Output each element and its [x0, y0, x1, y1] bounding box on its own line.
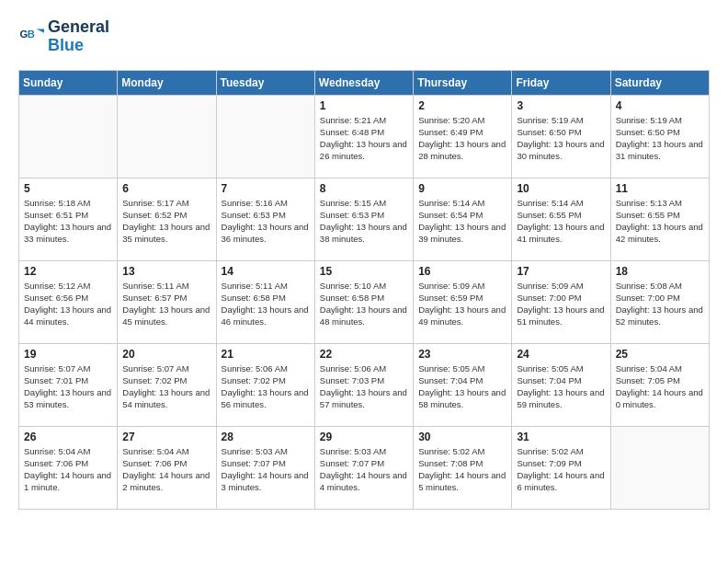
sunset-time: Sunset: 7:02 PM: [122, 375, 187, 385]
sunset-time: Sunset: 6:53 PM: [320, 210, 384, 220]
daylight-hours: Daylight: 14 hours and 5 minutes.: [418, 470, 506, 492]
sunset-time: Sunset: 7:04 PM: [517, 375, 581, 385]
daylight-hours: Daylight: 13 hours and 42 minutes.: [616, 222, 703, 244]
svg-text:B: B: [28, 29, 35, 40]
calendar-cell: 22 Sunrise: 5:06 AM Sunset: 7:03 PM Dayl…: [314, 343, 413, 426]
day-number: 7: [222, 182, 310, 195]
svg-text:G: G: [19, 29, 28, 40]
sunrise-time: Sunrise: 5:20 AM: [418, 115, 484, 125]
daylight-hours: Daylight: 14 hours and 4 minutes.: [320, 470, 407, 492]
sunrise-time: Sunrise: 5:14 AM: [517, 198, 583, 208]
day-info: Sunrise: 5:13 AM Sunset: 6:55 PM Dayligh…: [616, 197, 704, 246]
day-number: 30: [418, 431, 506, 443]
day-number: 28: [222, 431, 310, 443]
sunset-time: Sunset: 7:08 PM: [418, 458, 483, 468]
weekday-header-tuesday: Tuesday: [216, 70, 314, 95]
day-number: 11: [616, 182, 704, 195]
day-number: 13: [122, 265, 210, 278]
daylight-hours: Daylight: 13 hours and 33 minutes.: [24, 222, 111, 244]
day-number: 9: [418, 182, 506, 195]
calendar-cell: 26 Sunrise: 5:04 AM Sunset: 7:06 PM Dayl…: [19, 426, 118, 509]
sunrise-time: Sunrise: 5:15 AM: [320, 198, 386, 208]
sunrise-time: Sunrise: 5:04 AM: [24, 446, 90, 456]
sunrise-time: Sunrise: 5:09 AM: [418, 281, 484, 291]
day-info: Sunrise: 5:16 AM Sunset: 6:53 PM Dayligh…: [222, 197, 310, 246]
day-number: 8: [320, 182, 408, 195]
daylight-hours: Daylight: 13 hours and 45 minutes.: [122, 304, 210, 327]
weekday-header-wednesday: Wednesday: [314, 70, 413, 95]
calendar-cell: 31 Sunrise: 5:02 AM Sunset: 7:09 PM Dayl…: [512, 426, 610, 509]
calendar-week-row: 12 Sunrise: 5:12 AM Sunset: 6:56 PM Dayl…: [19, 260, 710, 343]
calendar-cell: 7 Sunrise: 5:16 AM Sunset: 6:53 PM Dayli…: [216, 178, 314, 260]
calendar-cell: 2 Sunrise: 5:20 AM Sunset: 6:49 PM Dayli…: [414, 95, 512, 178]
weekday-header-saturday: Saturday: [610, 70, 709, 95]
calendar-cell: 13 Sunrise: 5:11 AM Sunset: 6:57 PM Dayl…: [118, 260, 216, 343]
calendar-cell: 20 Sunrise: 5:07 AM Sunset: 7:02 PM Dayl…: [118, 343, 216, 426]
day-number: 4: [616, 99, 704, 112]
sunset-time: Sunset: 7:09 PM: [517, 458, 581, 468]
day-number: 31: [517, 431, 605, 443]
day-info: Sunrise: 5:20 AM Sunset: 6:49 PM Dayligh…: [418, 114, 506, 163]
day-number: 17: [517, 265, 605, 278]
sunset-time: Sunset: 6:54 PM: [418, 210, 483, 220]
day-info: Sunrise: 5:12 AM Sunset: 6:56 PM Dayligh…: [24, 280, 112, 328]
calendar-cell: 17 Sunrise: 5:09 AM Sunset: 7:00 PM Dayl…: [512, 260, 610, 343]
day-info: Sunrise: 5:05 AM Sunset: 7:04 PM Dayligh…: [517, 362, 605, 411]
sunrise-time: Sunrise: 5:04 AM: [616, 363, 682, 373]
calendar-cell: 23 Sunrise: 5:05 AM Sunset: 7:04 PM Dayl…: [414, 343, 512, 426]
sunrise-time: Sunrise: 5:06 AM: [222, 363, 288, 373]
day-info: Sunrise: 5:05 AM Sunset: 7:04 PM Dayligh…: [418, 362, 506, 411]
sunset-time: Sunset: 7:05 PM: [616, 375, 680, 385]
calendar-cell: 4 Sunrise: 5:19 AM Sunset: 6:50 PM Dayli…: [610, 95, 709, 178]
calendar-cell: 3 Sunrise: 5:19 AM Sunset: 6:50 PM Dayli…: [512, 95, 610, 178]
sunrise-time: Sunrise: 5:06 AM: [320, 363, 386, 373]
calendar-cell: 8 Sunrise: 5:15 AM Sunset: 6:53 PM Dayli…: [314, 178, 413, 260]
day-number: 18: [616, 265, 704, 278]
day-info: Sunrise: 5:04 AM Sunset: 7:06 PM Dayligh…: [122, 445, 210, 494]
daylight-hours: Daylight: 13 hours and 58 minutes.: [418, 387, 506, 409]
page-header: G B General Blue: [18, 18, 710, 55]
logo-icon: G B: [18, 24, 44, 50]
day-number: 21: [222, 348, 310, 361]
day-number: 25: [616, 348, 704, 361]
sunset-time: Sunset: 6:55 PM: [616, 210, 680, 220]
calendar-cell: 30 Sunrise: 5:02 AM Sunset: 7:08 PM Dayl…: [414, 426, 512, 509]
day-number: 15: [320, 265, 408, 278]
sunset-time: Sunset: 7:03 PM: [320, 375, 384, 385]
sunrise-time: Sunrise: 5:02 AM: [418, 446, 484, 456]
sunset-time: Sunset: 7:00 PM: [517, 293, 581, 303]
daylight-hours: Daylight: 13 hours and 36 minutes.: [222, 222, 309, 244]
sunrise-time: Sunrise: 5:18 AM: [24, 198, 90, 208]
day-info: Sunrise: 5:18 AM Sunset: 6:51 PM Dayligh…: [24, 197, 112, 246]
sunset-time: Sunset: 6:48 PM: [320, 127, 384, 137]
sunrise-time: Sunrise: 5:19 AM: [616, 115, 682, 125]
daylight-hours: Daylight: 13 hours and 44 minutes.: [24, 304, 111, 327]
daylight-hours: Daylight: 13 hours and 39 minutes.: [418, 222, 506, 244]
calendar-cell: 19 Sunrise: 5:07 AM Sunset: 7:01 PM Dayl…: [19, 343, 118, 426]
sunset-time: Sunset: 7:04 PM: [418, 375, 483, 385]
daylight-hours: Daylight: 13 hours and 56 minutes.: [222, 387, 309, 409]
daylight-hours: Daylight: 13 hours and 51 minutes.: [517, 304, 604, 327]
calendar-week-row: 1 Sunrise: 5:21 AM Sunset: 6:48 PM Dayli…: [19, 95, 710, 178]
daylight-hours: Daylight: 13 hours and 49 minutes.: [418, 304, 506, 327]
day-info: Sunrise: 5:03 AM Sunset: 7:07 PM Dayligh…: [222, 445, 310, 494]
sunset-time: Sunset: 6:52 PM: [122, 210, 187, 220]
calendar-week-row: 19 Sunrise: 5:07 AM Sunset: 7:01 PM Dayl…: [19, 343, 710, 426]
day-info: Sunrise: 5:11 AM Sunset: 6:57 PM Dayligh…: [122, 280, 210, 328]
day-info: Sunrise: 5:02 AM Sunset: 7:08 PM Dayligh…: [418, 445, 506, 494]
day-info: Sunrise: 5:19 AM Sunset: 6:50 PM Dayligh…: [616, 114, 704, 163]
calendar-cell: [118, 95, 216, 178]
calendar-cell: 29 Sunrise: 5:03 AM Sunset: 7:07 PM Dayl…: [314, 426, 413, 509]
day-info: Sunrise: 5:21 AM Sunset: 6:48 PM Dayligh…: [320, 114, 408, 163]
calendar-cell: 14 Sunrise: 5:11 AM Sunset: 6:58 PM Dayl…: [216, 260, 314, 343]
day-info: Sunrise: 5:09 AM Sunset: 6:59 PM Dayligh…: [418, 280, 506, 328]
day-info: Sunrise: 5:11 AM Sunset: 6:58 PM Dayligh…: [222, 280, 310, 328]
weekday-header-friday: Friday: [512, 70, 610, 95]
sunrise-time: Sunrise: 5:02 AM: [517, 446, 583, 456]
calendar-cell: 24 Sunrise: 5:05 AM Sunset: 7:04 PM Dayl…: [512, 343, 610, 426]
daylight-hours: Daylight: 14 hours and 2 minutes.: [122, 470, 210, 492]
daylight-hours: Daylight: 13 hours and 59 minutes.: [517, 387, 604, 409]
day-number: 14: [222, 265, 310, 278]
calendar-cell: 16 Sunrise: 5:09 AM Sunset: 6:59 PM Dayl…: [414, 260, 512, 343]
sunset-time: Sunset: 7:07 PM: [320, 458, 384, 468]
